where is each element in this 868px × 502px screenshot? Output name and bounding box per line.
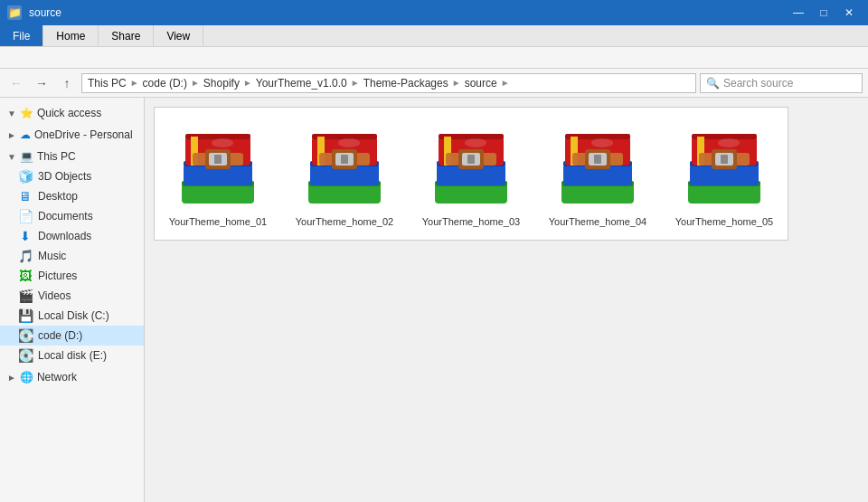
sidebar-section-quickaccess[interactable]: ▼ ⭐ Quick access [0, 101, 144, 123]
file-name-3: YourTheme_home_03 [422, 216, 520, 227]
coded-icon: 💽 [18, 328, 33, 343]
sidebar-item-videos[interactable]: 🎬 Videos [0, 286, 144, 306]
sidebar-item-downloads[interactable]: ⬇ Downloads [0, 226, 144, 246]
documents-label: Documents [38, 210, 93, 223]
breadcrumb-coded[interactable]: code (D:) [143, 77, 187, 90]
app-icon: 📁 [7, 5, 22, 20]
sidebar-item-locale[interactable]: 💽 Local disk (E:) [0, 346, 144, 365]
thispc-label: This PC [37, 150, 76, 163]
forward-button[interactable]: → [31, 72, 52, 94]
pictures-label: Pictures [38, 270, 77, 282]
sep3: ► [243, 78, 252, 88]
search-icon: 🔍 [706, 77, 720, 90]
rar-icon-1 [173, 120, 263, 211]
sep4: ► [351, 78, 360, 88]
address-path[interactable]: This PC ► code (D:) ► Shopify ► YourThem… [81, 73, 696, 93]
sidebar-section-onedrive[interactable]: ► ☁ OneDrive - Personal [0, 123, 144, 145]
desktop-icon: 🖥 [18, 189, 33, 204]
locale-icon: 💽 [18, 348, 33, 363]
svg-point-59 [718, 138, 740, 147]
documents-icon: 📄 [18, 209, 33, 223]
network-icon: 🌐 [20, 371, 33, 384]
sidebar-item-localc[interactable]: 💾 Local Disk (C:) [0, 306, 144, 326]
file-item-4[interactable]: YourTheme_home_04 [543, 117, 652, 231]
svg-rect-22 [341, 155, 348, 164]
onedrive-label: OneDrive - Personal [34, 128, 133, 141]
svg-rect-10 [214, 155, 222, 164]
rar-icon-4 [552, 120, 643, 211]
svg-point-35 [465, 138, 486, 147]
videos-label: Videos [38, 289, 71, 302]
sidebar-item-documents[interactable]: 📄 Documents [0, 206, 144, 226]
window-controls: — □ ✕ [787, 4, 861, 22]
ribbon: File Home Share View [0, 25, 868, 69]
svg-rect-46 [594, 155, 601, 164]
svg-point-11 [212, 138, 233, 147]
file-item-5[interactable]: YourTheme_home_05 [670, 117, 778, 231]
3dobjects-icon: 🧊 [18, 169, 33, 184]
up-button[interactable]: ↑ [56, 72, 78, 94]
file-name-5: YourTheme_home_05 [675, 216, 773, 227]
svg-point-47 [591, 138, 613, 147]
address-bar: ← → ↑ This PC ► code (D:) ► Shopify ► Yo… [0, 69, 868, 98]
network-label: Network [37, 371, 77, 384]
onedrive-arrow: ► [7, 130, 16, 140]
svg-point-23 [338, 138, 360, 147]
back-button[interactable]: ← [5, 72, 27, 94]
file-item-2[interactable]: YourTheme_home_02 [290, 117, 399, 231]
downloads-icon: ⬇ [18, 229, 33, 243]
breadcrumb-thispc[interactable]: This PC [88, 77, 127, 90]
content-area: YourTheme_home_01 Yo [145, 98, 868, 502]
tab-share[interactable]: Share [99, 25, 154, 46]
svg-rect-24 [435, 184, 507, 204]
file-name-2: YourTheme_home_02 [296, 216, 393, 227]
music-label: Music [38, 250, 66, 262]
svg-rect-12 [308, 184, 381, 204]
file-item-3[interactable]: YourTheme_home_03 [417, 117, 525, 231]
tab-home[interactable]: Home [43, 25, 99, 46]
sidebar-item-music[interactable]: 🎵 Music [0, 246, 144, 266]
locale-label: Local disk (E:) [38, 349, 107, 362]
rar-icon-2 [299, 120, 390, 211]
ribbon-commands [0, 47, 868, 69]
search-box[interactable]: 🔍 Search source [700, 73, 863, 93]
sidebar-section-network[interactable]: ► 🌐 Network [0, 365, 144, 387]
quickaccess-icon: ⭐ [20, 107, 33, 119]
sep2: ► [191, 78, 200, 88]
breadcrumb-themepackages[interactable]: Theme-Packages [363, 77, 448, 90]
close-button[interactable]: ✕ [837, 4, 861, 22]
file-name-4: YourTheme_home_04 [549, 216, 646, 227]
rar-icon-5 [679, 120, 769, 211]
breadcrumb-yourtheme[interactable]: YourTheme_v1.0.0 [256, 77, 347, 90]
localc-icon: 💾 [18, 308, 33, 323]
breadcrumb-shopify[interactable]: Shopify [203, 77, 240, 90]
sidebar-item-coded[interactable]: 💽 code (D:) [0, 326, 144, 346]
tab-view[interactable]: View [154, 25, 203, 46]
file-name-1: YourTheme_home_01 [169, 216, 267, 227]
breadcrumb-source[interactable]: source [465, 77, 497, 90]
rar-icon-3 [426, 120, 516, 211]
quickaccess-label: Quick access [37, 107, 101, 119]
sep5: ► [452, 78, 461, 88]
tab-file[interactable]: File [0, 25, 43, 46]
main-layout: ▼ ⭐ Quick access ► ☁ OneDrive - Personal… [0, 98, 868, 502]
sep1: ► [130, 78, 139, 88]
sidebar: ▼ ⭐ Quick access ► ☁ OneDrive - Personal… [0, 98, 145, 502]
sidebar-item-3dobjects[interactable]: 🧊 3D Objects [0, 166, 144, 186]
window-title: source [29, 6, 61, 19]
maximize-button[interactable]: □ [812, 4, 835, 22]
quickaccess-arrow: ▼ [7, 109, 16, 118]
file-item-1[interactable]: YourTheme_home_01 [164, 117, 272, 231]
pictures-icon: 🖼 [18, 269, 33, 283]
sidebar-item-pictures[interactable]: 🖼 Pictures [0, 266, 144, 286]
onedrive-icon: ☁ [20, 128, 31, 141]
videos-icon: 🎬 [18, 289, 33, 303]
sidebar-item-desktop[interactable]: 🖥 Desktop [0, 186, 144, 206]
sidebar-section-thispc[interactable]: ▼ 💻 This PC [0, 145, 144, 166]
network-arrow: ► [7, 373, 16, 383]
3dobjects-label: 3D Objects [38, 170, 91, 183]
svg-rect-48 [688, 184, 760, 204]
svg-rect-36 [561, 184, 634, 204]
search-placeholder: Search source [723, 77, 793, 90]
minimize-button[interactable]: — [787, 4, 810, 22]
